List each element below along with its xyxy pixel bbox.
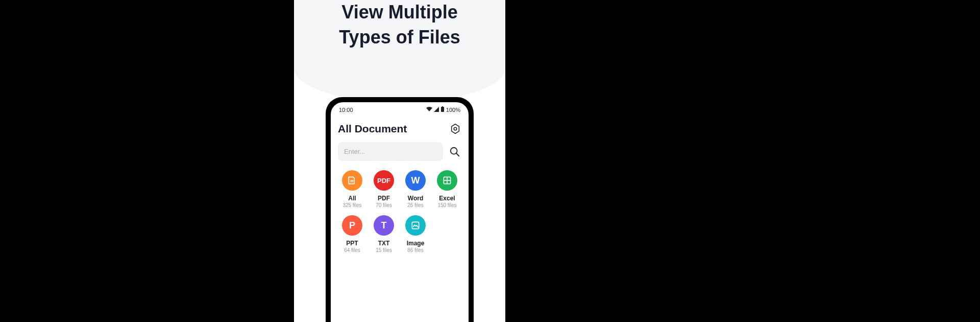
pdf-icon: PDF: [374, 170, 394, 191]
phone-screen: 10:00 100% All Document: [331, 102, 469, 322]
wifi-icon: [426, 107, 432, 113]
status-bar: 10:00 100%: [338, 105, 461, 116]
search-icon: [449, 146, 460, 157]
headline-line-2: Types of Files: [339, 27, 460, 48]
file-type-label: Excel: [439, 195, 455, 202]
all-files-icon: [342, 170, 362, 191]
file-type-grid: All 325 files PDF PDF 70 files W Word 26…: [338, 170, 461, 253]
file-type-label: Image: [407, 240, 425, 247]
search-row: [338, 142, 461, 161]
status-time: 10:00: [339, 107, 353, 113]
battery-icon: [440, 106, 445, 113]
search-button[interactable]: [448, 145, 461, 158]
svg-point-2: [454, 127, 457, 130]
headline-line-1: View Multiple: [341, 2, 457, 22]
file-type-count: 70 files: [376, 202, 392, 208]
app-title: All Document: [338, 123, 407, 135]
file-type-all[interactable]: All 325 files: [338, 170, 366, 208]
file-type-label: All: [348, 195, 356, 202]
status-icons: 100%: [426, 106, 460, 113]
file-type-label: PPT: [346, 240, 358, 247]
ppt-icon: P: [342, 215, 362, 236]
app-header: All Document: [338, 123, 461, 135]
file-type-count: 64 files: [344, 247, 360, 253]
file-type-word[interactable]: W Word 26 files: [401, 170, 430, 208]
file-type-count: 26 files: [407, 202, 424, 208]
file-type-count: 325 files: [342, 202, 361, 208]
svg-rect-0: [441, 107, 444, 112]
excel-icon: [437, 170, 457, 191]
phone-frame: 10:00 100% All Document: [326, 97, 474, 322]
file-type-count: 86 files: [407, 247, 424, 253]
svg-rect-1: [442, 106, 443, 107]
file-type-image[interactable]: Image 86 files: [401, 215, 430, 253]
signal-icon: [434, 107, 439, 113]
settings-button[interactable]: [449, 123, 461, 135]
file-type-label: TXT: [378, 240, 390, 247]
battery-percent: 100%: [446, 107, 460, 113]
file-type-ppt[interactable]: P PPT 64 files: [338, 215, 366, 253]
promo-panel: View Multiple Types of Files 10:00 100%: [294, 0, 505, 322]
search-input[interactable]: [338, 142, 443, 161]
settings-icon: [450, 123, 461, 134]
file-type-pdf[interactable]: PDF PDF 70 files: [370, 170, 398, 208]
word-icon: W: [405, 170, 426, 191]
headline: View Multiple Types of Files: [294, 0, 505, 50]
file-type-label: Word: [408, 195, 423, 202]
file-type-count: 15 files: [376, 247, 392, 253]
file-type-txt[interactable]: T TXT 15 files: [370, 215, 398, 253]
txt-icon: T: [374, 215, 394, 236]
file-type-excel[interactable]: Excel 150 files: [433, 170, 461, 208]
image-icon: [405, 215, 426, 236]
file-type-label: PDF: [378, 195, 390, 202]
file-type-count: 150 files: [437, 202, 456, 208]
svg-line-4: [456, 153, 459, 156]
